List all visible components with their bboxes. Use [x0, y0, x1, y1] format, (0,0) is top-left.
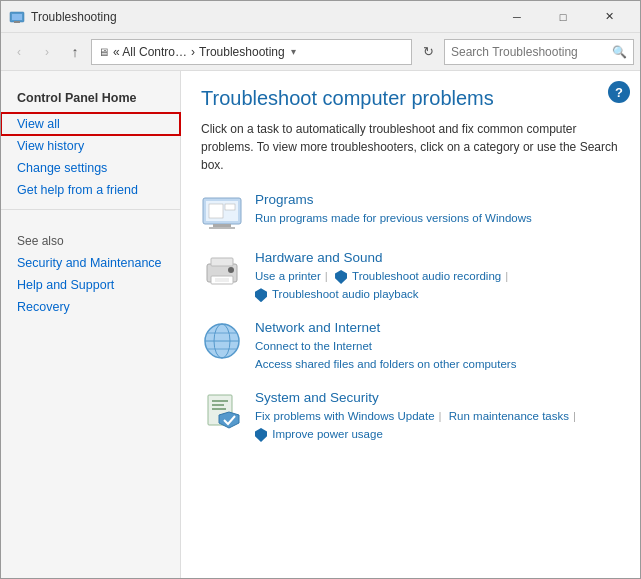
sidebar-links: View allView historyChange settingsGet h…	[1, 113, 180, 201]
separator3: |	[439, 410, 442, 422]
see-also-links: Security and MaintenanceHelp and Support…	[1, 252, 180, 318]
address-bar: ‹ › ↑ 🖥 « All Contro… › Troubleshooting …	[1, 33, 640, 71]
sidebar-link-get-help-from-a-friend[interactable]: Get help from a friend	[1, 179, 180, 201]
category-icon-0	[201, 192, 243, 234]
category-icon-2	[201, 320, 243, 362]
category-icon-3	[201, 390, 243, 432]
search-input[interactable]	[451, 45, 608, 59]
content-area: ? Troubleshoot computer problems Click o…	[181, 71, 640, 579]
maximize-button[interactable]: □	[540, 1, 586, 33]
svg-rect-6	[209, 227, 235, 229]
title-bar-controls: ─ □ ✕	[494, 1, 632, 33]
category-links-0: Run programs made for previous versions …	[255, 209, 620, 227]
category-links-3: Fix problems with Windows Update| Run ma…	[255, 407, 620, 444]
category-name-0[interactable]: Programs	[255, 192, 620, 207]
svg-rect-21	[212, 404, 224, 406]
category-icon-1	[201, 250, 243, 292]
category-links-1: Use a printer| Troubleshoot audio record…	[255, 267, 620, 304]
address-current: Troubleshooting	[199, 45, 285, 59]
svg-rect-10	[211, 258, 233, 266]
address-arrow: ›	[191, 45, 195, 59]
see-also-title: See also	[1, 218, 180, 252]
page-title: Troubleshoot computer problems	[201, 87, 620, 110]
shield-icon2	[255, 288, 267, 302]
sublink-network-0[interactable]: Connect to the Internet	[255, 340, 372, 352]
page-description: Click on a task to automatically trouble…	[201, 120, 620, 174]
title-bar-icon	[9, 9, 25, 25]
see-also-link-help-and-support[interactable]: Help and Support	[1, 274, 180, 296]
sidebar-link-view-all[interactable]: View all	[1, 113, 180, 135]
search-icon[interactable]: 🔍	[612, 45, 627, 59]
shield-icon3	[255, 428, 267, 442]
shield-icon	[335, 270, 347, 284]
svg-rect-5	[213, 224, 231, 227]
see-also-link-recovery[interactable]: Recovery	[1, 296, 180, 318]
title-bar: Troubleshooting ─ □ ✕	[1, 1, 640, 33]
refresh-button[interactable]: ↻	[416, 40, 440, 64]
sublink-network-1[interactable]: Access shared files and folders on other…	[255, 358, 516, 370]
sublink-audio-recording[interactable]: Troubleshoot audio recording	[349, 270, 501, 282]
sidebar-divider	[1, 209, 180, 210]
sublink-programs-0[interactable]: Run programs made for previous versions …	[255, 212, 532, 224]
category-name-3[interactable]: System and Security	[255, 390, 620, 405]
sublink-use-printer[interactable]: Use a printer	[255, 270, 321, 282]
close-button[interactable]: ✕	[586, 1, 632, 33]
sidebar-link-change-settings[interactable]: Change settings	[1, 157, 180, 179]
sidebar: Control Panel Home View allView historyC…	[1, 71, 181, 579]
up-button[interactable]: ↑	[63, 40, 87, 64]
category-info-3: System and SecurityFix problems with Win…	[255, 390, 620, 444]
address-prefix: « All Contro…	[113, 45, 187, 59]
svg-rect-13	[215, 278, 229, 282]
category-item-system-and-security: System and SecurityFix problems with Win…	[201, 390, 620, 444]
category-links-2: Connect to the InternetAccess shared fil…	[255, 337, 620, 374]
control-panel-home-link[interactable]: Control Panel Home	[1, 83, 180, 113]
category-name-2[interactable]: Network and Internet	[255, 320, 620, 335]
forward-button[interactable]: ›	[35, 40, 59, 64]
main-content: Control Panel Home View allView historyC…	[1, 71, 640, 579]
sublink-power[interactable]: Improve power usage	[269, 428, 383, 440]
category-name-1[interactable]: Hardware and Sound	[255, 250, 620, 265]
address-folder-icon: 🖥	[98, 46, 109, 58]
svg-point-12	[228, 267, 234, 273]
svg-rect-8	[225, 204, 235, 210]
back-button[interactable]: ‹	[7, 40, 31, 64]
category-item-hardware-and-sound: Hardware and SoundUse a printer| Trouble…	[201, 250, 620, 304]
sidebar-link-view-history[interactable]: View history	[1, 135, 180, 157]
separator: |	[325, 270, 328, 282]
help-button[interactable]: ?	[608, 81, 630, 103]
category-info-0: ProgramsRun programs made for previous v…	[255, 192, 620, 227]
title-bar-title: Troubleshooting	[31, 10, 494, 24]
see-also-link-security-and-maintenance[interactable]: Security and Maintenance	[1, 252, 180, 274]
separator2: |	[505, 270, 508, 282]
sublink-audio-playback[interactable]: Troubleshoot audio playback	[269, 288, 419, 300]
address-box[interactable]: 🖥 « All Contro… › Troubleshooting ▾	[91, 39, 412, 65]
svg-rect-7	[209, 204, 223, 218]
svg-rect-22	[212, 408, 226, 410]
minimize-button[interactable]: ─	[494, 1, 540, 33]
category-info-1: Hardware and SoundUse a printer| Trouble…	[255, 250, 620, 304]
separator4: |	[573, 410, 576, 422]
svg-rect-2	[14, 21, 20, 23]
category-item-programs: ProgramsRun programs made for previous v…	[201, 192, 620, 234]
svg-rect-20	[212, 400, 228, 402]
categories-list: ProgramsRun programs made for previous v…	[201, 192, 620, 443]
svg-marker-23	[219, 412, 239, 428]
category-info-2: Network and InternetConnect to the Inter…	[255, 320, 620, 374]
sublink-windows-update[interactable]: Fix problems with Windows Update	[255, 410, 435, 422]
address-chevron-icon: ▾	[291, 46, 296, 57]
sublink-maintenance[interactable]: Run maintenance tasks	[446, 410, 569, 422]
category-item-network-and-internet: Network and InternetConnect to the Inter…	[201, 320, 620, 374]
search-box[interactable]: 🔍	[444, 39, 634, 65]
svg-rect-1	[12, 14, 22, 20]
